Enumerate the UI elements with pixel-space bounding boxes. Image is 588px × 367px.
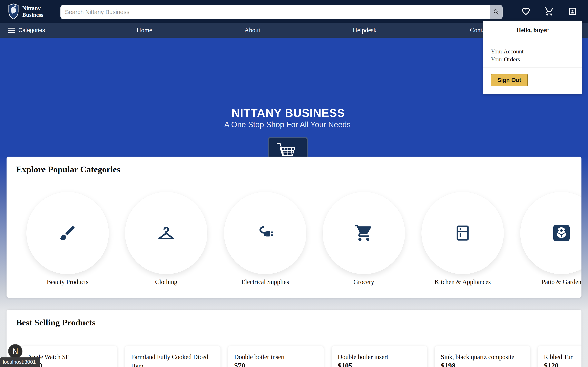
your-orders-link[interactable]: Your Orders xyxy=(491,55,582,63)
account-links: Your Account Your Orders xyxy=(483,39,582,67)
category-clothing[interactable]: Clothing xyxy=(125,192,208,288)
product-card-double-boiler-2[interactable]: Double boiler insert $105 xyxy=(332,346,427,367)
hero-subtitle: A One Stop Shop For All Your Needs xyxy=(224,120,351,129)
brush-icon xyxy=(58,224,77,242)
category-kitchen-appliances[interactable]: Kitchen & Appliances xyxy=(421,192,504,288)
site-logo[interactable]: Nittany Business xyxy=(8,3,43,19)
shopping-cart-icon xyxy=(544,7,554,16)
wishlist-button[interactable] xyxy=(521,7,531,16)
top-header: Nittany Business xyxy=(0,0,588,23)
account-button[interactable] xyxy=(568,7,577,16)
hamburger-icon xyxy=(8,28,15,33)
account-icon xyxy=(568,6,577,17)
product-card-farmland-ham[interactable]: Farmland Fully Cooked Diced Ham xyxy=(125,346,221,367)
logo-text: Nittany Business xyxy=(22,5,43,18)
category-beauty-products[interactable]: Beauty Products xyxy=(26,192,109,288)
logo-line1: Nittany xyxy=(22,5,43,11)
search-input[interactable] xyxy=(61,5,490,19)
your-account-link[interactable]: Your Account xyxy=(491,48,582,55)
nav-link-about[interactable]: About xyxy=(244,23,260,38)
logo-line2: Business xyxy=(22,11,43,18)
status-url-tooltip: localhost:3001 xyxy=(0,358,40,367)
search-icon xyxy=(493,8,500,16)
nextjs-badge-letter: N xyxy=(12,347,18,356)
category-grocery[interactable]: Grocery xyxy=(323,192,405,288)
categories-menu-button[interactable]: Categories xyxy=(8,23,45,38)
nittany-lion-shield-icon xyxy=(8,3,19,19)
hanger-icon xyxy=(157,224,176,242)
products-heading: Best Selling Products xyxy=(16,317,95,327)
search-button[interactable] xyxy=(490,5,503,19)
heart-icon xyxy=(521,7,531,16)
search-bar xyxy=(61,5,503,19)
sign-out-button[interactable]: Sign Out xyxy=(491,74,528,86)
fridge-icon xyxy=(454,224,472,242)
categories-section: Explore Popular Categories Beauty Produc… xyxy=(7,157,581,298)
hero-title: NITTANY BUSINESS xyxy=(232,106,345,119)
category-electrical-supplies[interactable]: Electrical Supplies xyxy=(224,192,306,288)
grocery-cart-icon xyxy=(355,224,373,242)
product-card-ribbed[interactable]: Ribbed Tur $120 xyxy=(538,346,581,367)
header-icon-group xyxy=(521,0,577,23)
account-greeting: Hello, buyer xyxy=(483,21,582,39)
plug-icon xyxy=(255,223,275,243)
product-card-double-boiler-1[interactable]: Double boiler insert $70 xyxy=(228,346,324,367)
product-card-sink[interactable]: Sink, black quartz composite $198 xyxy=(435,346,530,367)
best-selling-section: Best Selling Products Apple Watch SE $30… xyxy=(7,310,581,367)
cart-button[interactable] xyxy=(544,7,554,16)
flower-icon xyxy=(553,225,570,242)
nav-link-home[interactable]: Home xyxy=(137,23,152,38)
categories-heading: Explore Popular Categories xyxy=(16,164,120,174)
account-dropdown: Hello, buyer Your Account Your Orders Si… xyxy=(483,21,582,94)
nav-link-helpdesk[interactable]: Helpdesk xyxy=(353,23,376,38)
categories-label: Categories xyxy=(18,27,45,33)
nextjs-dev-badge[interactable]: N xyxy=(8,344,22,359)
category-patio-garden[interactable]: Patio & Garden xyxy=(520,192,581,288)
